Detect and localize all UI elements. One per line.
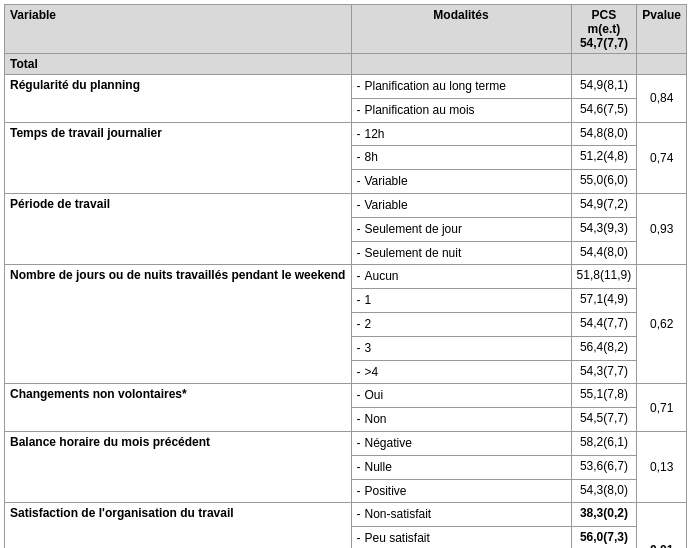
header-modalites: Modalités bbox=[351, 5, 571, 54]
total-pvalue bbox=[637, 54, 687, 75]
pcs-4-1: 54,5(7,7) bbox=[571, 408, 637, 432]
var-cell-2: Période de travail bbox=[5, 193, 352, 264]
pvalue-2: 0,93 bbox=[637, 193, 687, 264]
header-pcs: PCSm(e.t)54,7(7,7) bbox=[571, 5, 637, 54]
var-cell-0: Régularité du planning bbox=[5, 75, 352, 123]
pvalue-1: 0,74 bbox=[637, 122, 687, 193]
modality-5-2: -Positive bbox=[351, 479, 571, 503]
modality-6-1: -Peu satisfait bbox=[351, 527, 571, 548]
var-cell-4: Changements non volontaires* bbox=[5, 384, 352, 432]
pcs-1-1: 51,2(4,8) bbox=[571, 146, 637, 170]
pcs-0-0: 54,9(8,1) bbox=[571, 75, 637, 99]
pvalue-0: 0,84 bbox=[637, 75, 687, 123]
modality-0-1: -Planification au mois bbox=[351, 98, 571, 122]
header-pvalue: Pvalue bbox=[637, 5, 687, 54]
var-cell-3: Nombre de jours ou de nuits travaillés p… bbox=[5, 265, 352, 384]
pcs-2-1: 54,3(9,3) bbox=[571, 217, 637, 241]
var-cell-1: Temps de travail journalier bbox=[5, 122, 352, 193]
total-pcs bbox=[571, 54, 637, 75]
pcs-4-0: 55,1(7,8) bbox=[571, 384, 637, 408]
modality-1-1: -8h bbox=[351, 146, 571, 170]
pcs-3-3: 56,4(8,2) bbox=[571, 336, 637, 360]
modality-2-0: -Variable bbox=[351, 193, 571, 217]
pcs-6-1: 56,0(7,3) bbox=[571, 527, 637, 548]
pcs-1-0: 54,8(8,0) bbox=[571, 122, 637, 146]
modality-1-2: -Variable bbox=[351, 170, 571, 194]
header-variable: Variable bbox=[5, 5, 352, 54]
pcs-2-0: 54,9(7,2) bbox=[571, 193, 637, 217]
pcs-6-0: 38,3(0,2) bbox=[571, 503, 637, 527]
modality-2-2: -Seulement de nuit bbox=[351, 241, 571, 265]
pvalue-4: 0,71 bbox=[637, 384, 687, 432]
pcs-5-0: 58,2(6,1) bbox=[571, 431, 637, 455]
modality-3-4: ->4 bbox=[351, 360, 571, 384]
modality-3-1: -1 bbox=[351, 289, 571, 313]
pcs-3-2: 54,4(7,7) bbox=[571, 312, 637, 336]
modality-3-0: -Aucun bbox=[351, 265, 571, 289]
pcs-5-1: 53,6(6,7) bbox=[571, 455, 637, 479]
pvalue-3: 0,62 bbox=[637, 265, 687, 384]
modality-1-0: -12h bbox=[351, 122, 571, 146]
pcs-3-1: 57,1(4,9) bbox=[571, 289, 637, 313]
total-modalites bbox=[351, 54, 571, 75]
var-cell-6: Satisfaction de l'organisation du travai… bbox=[5, 503, 352, 548]
modality-4-0: -Oui bbox=[351, 384, 571, 408]
pcs-1-2: 55,0(6,0) bbox=[571, 170, 637, 194]
pcs-3-4: 54,3(7,7) bbox=[571, 360, 637, 384]
modality-6-0: -Non-satisfait bbox=[351, 503, 571, 527]
modality-3-2: -2 bbox=[351, 312, 571, 336]
modality-5-0: -Négative bbox=[351, 431, 571, 455]
table-container: Variable Modalités PCSm(e.t)54,7(7,7) Pv… bbox=[0, 0, 691, 548]
total-variable: Total bbox=[5, 54, 352, 75]
var-cell-5: Balance horaire du mois précédent bbox=[5, 431, 352, 502]
modality-0-0: -Planification au long terme bbox=[351, 75, 571, 99]
data-table: Variable Modalités PCSm(e.t)54,7(7,7) Pv… bbox=[4, 4, 687, 548]
modality-2-1: -Seulement de jour bbox=[351, 217, 571, 241]
pcs-0-1: 54,6(7,5) bbox=[571, 98, 637, 122]
pcs-5-2: 54,3(8,0) bbox=[571, 479, 637, 503]
modality-5-1: -Nulle bbox=[351, 455, 571, 479]
modality-3-3: -3 bbox=[351, 336, 571, 360]
pvalue-6: 0,01 bbox=[637, 503, 687, 548]
pvalue-5: 0,13 bbox=[637, 431, 687, 502]
modality-4-1: -Non bbox=[351, 408, 571, 432]
pcs-3-0: 51,8(11,9) bbox=[571, 265, 637, 289]
pcs-2-2: 54,4(8,0) bbox=[571, 241, 637, 265]
